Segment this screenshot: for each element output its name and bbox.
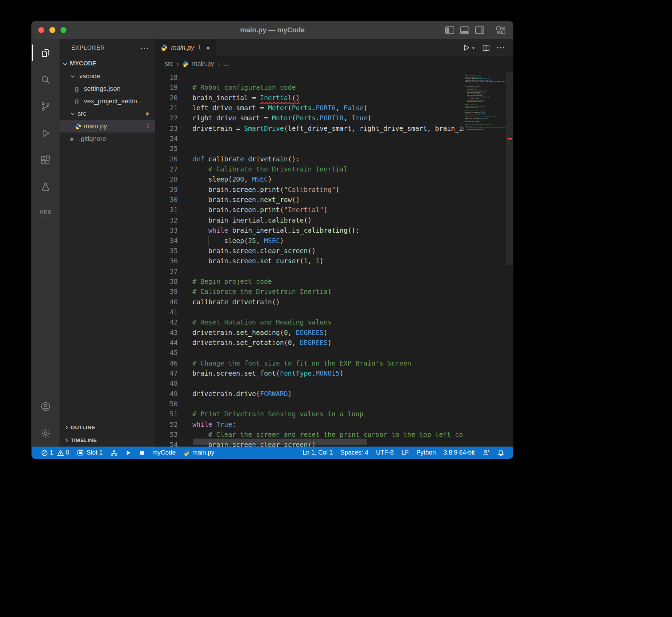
code-line[interactable]: 25 bbox=[155, 144, 464, 154]
code-line[interactable]: 53 # Clear the screen and reset the prin… bbox=[155, 430, 464, 440]
code-line-content: drivetrain.drive(FORWARD) bbox=[192, 389, 464, 399]
slot-item[interactable]: Slot 1 bbox=[73, 447, 106, 459]
modified-dot bbox=[146, 112, 149, 115]
code-line[interactable]: 19# Robot configuration code bbox=[155, 82, 464, 93]
feedback-button[interactable] bbox=[479, 447, 494, 459]
code-line[interactable]: 38# Begin project code bbox=[155, 277, 464, 287]
overview-ruler[interactable] bbox=[506, 72, 513, 447]
indentation-setting[interactable]: Spaces: 4 bbox=[337, 447, 372, 459]
code-line[interactable]: 33 while brain_inertial.is_calibrating()… bbox=[155, 225, 464, 235]
toggle-panel-button[interactable] bbox=[460, 26, 469, 34]
code-line[interactable]: 28 sleep(200, MSEC) bbox=[155, 174, 464, 184]
tree-item-vscode[interactable]: .vscode bbox=[59, 70, 155, 82]
code-line[interactable]: 42# Reset Rotation and Heading values bbox=[155, 317, 464, 327]
tree-item-gitignore[interactable]: ◆.gitignore bbox=[59, 133, 155, 145]
tree-item-vex-project-settin[interactable]: {}vex_project_settin... bbox=[59, 95, 155, 107]
horizontal-scrollbar[interactable] bbox=[193, 439, 367, 445]
project-name[interactable]: myCode bbox=[149, 447, 179, 459]
activity-search[interactable] bbox=[32, 66, 59, 93]
toggle-secondary-sidebar-button[interactable] bbox=[475, 26, 484, 34]
customize-layout-button[interactable] bbox=[496, 26, 505, 34]
code-line[interactable]: 31 brain.screen.print("Inertial") bbox=[155, 205, 464, 215]
code-line[interactable]: 43drivetrain.set_heading(0, DEGREES) bbox=[155, 328, 464, 338]
activity-settings[interactable] bbox=[32, 420, 59, 447]
tree-item-mycode[interactable]: MYCODE bbox=[59, 57, 155, 70]
code-line[interactable]: 44drivetrain.set_rotation(0, DEGREES) bbox=[155, 338, 464, 348]
activity-run-debug[interactable] bbox=[32, 120, 59, 146]
tree-item-main-py[interactable]: main.py1 bbox=[59, 120, 155, 133]
code-line[interactable]: 29 brain.screen.print("Calibrating") bbox=[155, 185, 464, 195]
tab-main-py[interactable]: main.py 1 × bbox=[155, 39, 216, 56]
close-window-button[interactable] bbox=[38, 27, 44, 33]
cursor-position[interactable]: Ln 1, Col 1 bbox=[299, 447, 337, 459]
code-line[interactable]: 46# Change the font size to fit on the E… bbox=[155, 358, 464, 368]
code-line[interactable]: 22right_drive_smart = Motor(Ports.PORT10… bbox=[155, 113, 464, 123]
close-tab-button[interactable]: × bbox=[206, 44, 210, 51]
breadcrumb-file[interactable]: main.py bbox=[192, 60, 214, 67]
play-button[interactable] bbox=[121, 447, 135, 459]
breadcrumb-src[interactable]: src bbox=[165, 60, 173, 67]
tree-item-src[interactable]: src bbox=[59, 107, 155, 120]
activity-explorer[interactable] bbox=[32, 39, 59, 66]
eol-setting[interactable]: LF bbox=[398, 447, 413, 459]
editor-more-actions-button[interactable]: ⋯ bbox=[496, 43, 505, 53]
code-line[interactable]: 30 brain.screen.next_row() bbox=[155, 195, 464, 205]
code-line[interactable]: 27 # Calibrate the Drivetrain Inertial bbox=[155, 164, 464, 174]
code-line[interactable]: 32 brain_inertial.calibrate() bbox=[155, 215, 464, 225]
line-number: 25 bbox=[155, 144, 192, 154]
active-file-item[interactable]: main.py bbox=[179, 447, 218, 459]
code-line[interactable]: 18 bbox=[155, 72, 464, 82]
code-line[interactable]: 48 bbox=[155, 378, 464, 388]
activity-vex[interactable]: VEX bbox=[32, 200, 59, 227]
device-button[interactable] bbox=[106, 447, 121, 459]
code-line[interactable]: 49drivetrain.drive(FORWARD) bbox=[155, 389, 464, 399]
code-line[interactable]: 45 bbox=[155, 348, 464, 358]
explorer-more-actions-button[interactable]: ··· bbox=[140, 43, 149, 53]
code-line[interactable]: 41 bbox=[155, 307, 464, 317]
timeline-section[interactable]: TIMELINE bbox=[59, 434, 155, 447]
activity-extensions[interactable] bbox=[32, 146, 59, 173]
slot-label: Slot 1 bbox=[87, 449, 103, 456]
problems-item[interactable]: 1 0 bbox=[37, 447, 73, 459]
line-number: 27 bbox=[155, 164, 192, 174]
code-line[interactable]: 21left_drive_smart = Motor(Ports.PORT6, … bbox=[155, 103, 464, 113]
code-line[interactable]: 20brain_inertial = Inertial() bbox=[155, 93, 464, 103]
activity-accounts[interactable] bbox=[32, 393, 59, 420]
language-mode[interactable]: Python bbox=[413, 447, 440, 459]
code-line[interactable]: 51# Print Drivetrain Sensing values in a… bbox=[155, 409, 464, 419]
outline-section[interactable]: OUTLINE bbox=[59, 421, 155, 434]
code-line[interactable]: 34 sleep(25, MSEC) bbox=[155, 236, 464, 246]
code-line[interactable]: 35 brain.screen.clear_screen() bbox=[155, 246, 464, 256]
code-line[interactable]: 37 bbox=[155, 266, 464, 277]
titlebar[interactable]: main.py — myCode bbox=[32, 21, 513, 39]
code-line[interactable]: 26def calibrate_drivetrain(): bbox=[155, 154, 464, 164]
python-interpreter[interactable]: 3.8.9 64-bit bbox=[440, 447, 479, 459]
minimap[interactable]: # Robot configuration codebrain_inertial… bbox=[464, 72, 506, 447]
python-icon bbox=[183, 450, 190, 456]
code-line[interactable]: 47brain.screen.set_font(FontType.MONO15) bbox=[155, 368, 464, 378]
code-line[interactable]: 23drivetrain = SmartDrive(left_drive_sma… bbox=[155, 123, 464, 134]
zoom-window-button[interactable] bbox=[61, 27, 66, 33]
code-line[interactable]: 50 bbox=[155, 399, 464, 409]
run-button[interactable] bbox=[462, 43, 476, 52]
breadcrumb-symbol[interactable]: ... bbox=[223, 60, 229, 67]
code-editor[interactable]: 1819# Robot configuration code20brain_in… bbox=[155, 72, 464, 447]
toggle-primary-sidebar-button[interactable] bbox=[445, 26, 454, 34]
encoding-setting[interactable]: UTF-8 bbox=[372, 447, 398, 459]
code-line-content: drivetrain.set_heading(0, DEGREES) bbox=[192, 328, 464, 338]
code-line[interactable]: 36 brain.screen.set_cursor(1, 1) bbox=[155, 256, 464, 266]
code-line[interactable]: 39# Calibrate the Drivetrain Inertial bbox=[155, 287, 464, 297]
code-line[interactable]: 40calibrate_drivetrain() bbox=[155, 297, 464, 307]
notifications-button[interactable] bbox=[494, 447, 508, 459]
code-line[interactable]: 24 bbox=[155, 134, 464, 144]
minimize-window-button[interactable] bbox=[49, 27, 55, 33]
code-line[interactable]: 52while True: bbox=[155, 419, 464, 430]
tree-item-settings-json[interactable]: {}settings.json bbox=[59, 82, 155, 95]
line-number: 52 bbox=[155, 419, 192, 430]
vertical-scrollbar[interactable] bbox=[506, 72, 513, 265]
activity-testing[interactable] bbox=[32, 173, 59, 200]
line-number: 20 bbox=[155, 93, 192, 103]
activity-source-control[interactable] bbox=[32, 93, 59, 120]
split-editor-button[interactable] bbox=[482, 44, 490, 52]
stop-button[interactable] bbox=[135, 447, 149, 459]
